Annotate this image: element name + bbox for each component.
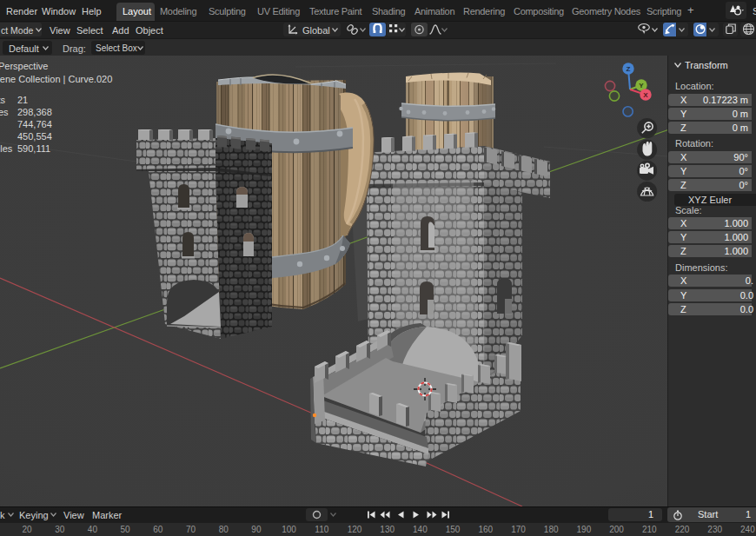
svg-text:Z: Z: [627, 65, 631, 73]
svg-text:298,368: 298,368: [17, 107, 52, 117]
svg-text:Triangles: Triangles: [0, 143, 13, 154]
svg-text:X: X: [643, 91, 648, 99]
svg-text:Objects: Objects: [0, 95, 5, 105]
svg-text:744,764: 744,764: [17, 119, 52, 129]
svg-text:450,554: 450,554: [17, 131, 52, 142]
svg-text:Perspective: Perspective: [0, 61, 48, 71]
svg-text:Scene Collection | Curve.020: Scene Collection | Curve.020: [0, 74, 112, 84]
svg-text:Y: Y: [639, 82, 644, 89]
svg-text:590,111: 590,111: [17, 143, 50, 154]
svg-text:Vertices: Vertices: [0, 107, 9, 117]
svg-text:21: 21: [17, 95, 28, 105]
